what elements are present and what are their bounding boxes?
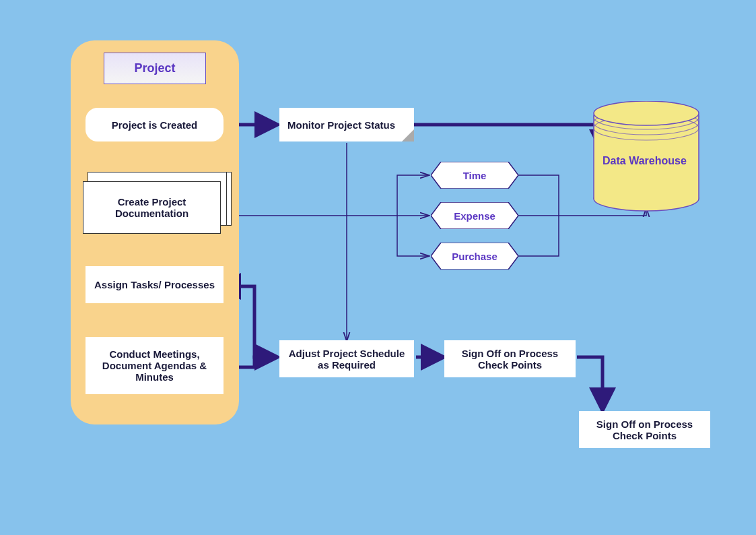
project-title: Project — [104, 53, 206, 84]
node-time: Time — [431, 162, 518, 189]
node-adjust-schedule: Adjust Project Schedule as Required — [279, 340, 414, 377]
node-conduct-meetings: Conduct Meetings, Document Agendas & Min… — [85, 337, 224, 394]
node-assign-tasks: Assign Tasks/ Processes — [85, 266, 224, 303]
node-data-warehouse: Data Warehouse — [592, 101, 700, 212]
node-create-docs: Create Project Documentation — [83, 172, 231, 236]
diagram-canvas: Project Project is Created Create Projec… — [0, 0, 756, 535]
node-monitor-status: Monitor Project Status — [279, 108, 414, 141]
node-signoff-2: Sign Off on Process Check Points — [579, 411, 710, 448]
project-container: Project Project is Created Create Projec… — [71, 40, 239, 424]
node-expense: Expense — [431, 202, 518, 229]
node-purchase: Purchase — [431, 243, 518, 270]
node-signoff-1: Sign Off on Process Check Points — [444, 340, 576, 377]
svg-point-10 — [594, 101, 699, 125]
node-project-created: Project is Created — [85, 108, 224, 141]
